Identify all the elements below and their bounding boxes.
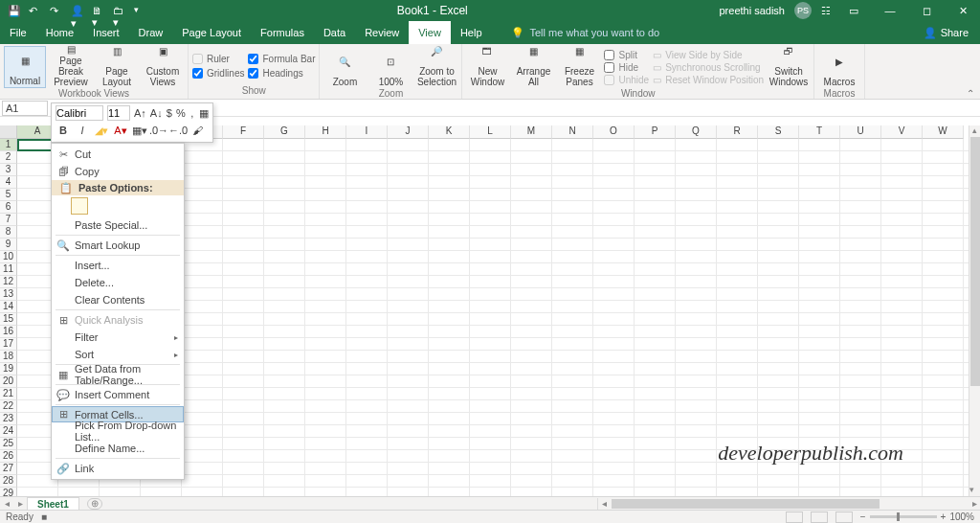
- share-button[interactable]: 👤Share: [912, 21, 980, 44]
- page-break-view-icon[interactable]: [835, 512, 853, 523]
- qat-icon-2[interactable]: 🗎▾: [92, 5, 103, 16]
- row-head-17[interactable]: 17: [0, 338, 17, 351]
- pagelayout-button[interactable]: ▥Page Layout: [96, 46, 138, 88]
- ctx-insert-comment[interactable]: 💬Insert Comment: [52, 386, 184, 403]
- row-head-9[interactable]: 9: [0, 239, 17, 251]
- zoom-in-button[interactable]: +: [941, 512, 947, 522]
- col-head-N[interactable]: N: [552, 125, 593, 139]
- row-head-20[interactable]: 20: [0, 375, 17, 388]
- redo-icon[interactable]: ↷: [50, 5, 61, 16]
- scroll-right-icon[interactable]: ▸: [969, 498, 980, 509]
- accounting-icon[interactable]: $: [167, 105, 172, 121]
- percent-icon[interactable]: %: [176, 105, 186, 121]
- col-head-H[interactable]: H: [305, 125, 346, 139]
- increase-font-icon[interactable]: A↑: [134, 105, 146, 121]
- col-head-J[interactable]: J: [388, 125, 429, 139]
- tab-file[interactable]: File: [0, 21, 36, 44]
- row-head-26[interactable]: 26: [0, 450, 17, 463]
- ctx-clear[interactable]: Clear Contents: [52, 291, 184, 308]
- tab-formulas[interactable]: Formulas: [251, 21, 314, 44]
- row-head-13[interactable]: 13: [0, 288, 17, 301]
- row-head-22[interactable]: 22: [0, 400, 17, 413]
- zoom-out-button[interactable]: −: [860, 512, 866, 522]
- merge-icon[interactable]: ▦: [199, 105, 209, 121]
- row-head-5[interactable]: 5: [0, 189, 17, 201]
- page-layout-view-icon[interactable]: [811, 512, 828, 523]
- ctx-cut[interactable]: ✂Cut: [52, 146, 184, 163]
- fill-color-icon[interactable]: ◢▾: [94, 123, 109, 138]
- calendar-icon[interactable]: ☷: [821, 5, 831, 17]
- pagebreak-button[interactable]: ▤Page Break Preview: [50, 46, 92, 88]
- row-head-15[interactable]: 15: [0, 313, 17, 326]
- undo-icon[interactable]: ↶: [29, 5, 40, 16]
- row-head-18[interactable]: 18: [0, 351, 17, 363]
- tab-page-layout[interactable]: Page Layout: [172, 21, 251, 44]
- ctx-link[interactable]: 🔗Link: [52, 460, 184, 477]
- col-head-R[interactable]: R: [717, 125, 758, 139]
- row-head-19[interactable]: 19: [0, 363, 17, 375]
- decrease-font-icon[interactable]: A↓: [150, 105, 163, 121]
- split-button[interactable]: Split: [604, 50, 649, 60]
- col-head-G[interactable]: G: [264, 125, 305, 139]
- horizontal-scrollbar[interactable]: ◂ ▸: [597, 498, 980, 510]
- col-head-V[interactable]: V: [881, 125, 923, 139]
- ctx-delete[interactable]: Delete...: [52, 274, 184, 291]
- normal-view-button[interactable]: ▦Normal: [4, 46, 46, 88]
- row-head-21[interactable]: 21: [0, 388, 17, 400]
- row-head-27[interactable]: 27: [0, 463, 17, 475]
- headings-checkbox[interactable]: Headings: [248, 68, 315, 79]
- col-head-K[interactable]: K: [429, 125, 470, 139]
- col-head-M[interactable]: M: [511, 125, 552, 139]
- row-head-2[interactable]: 2: [0, 151, 17, 164]
- tell-me[interactable]: 💡Tell me what you want to do: [511, 21, 660, 44]
- zoom-slider[interactable]: [870, 515, 937, 518]
- row-head-14[interactable]: 14: [0, 301, 17, 313]
- col-head-U[interactable]: U: [840, 125, 881, 139]
- select-all-corner[interactable]: [0, 125, 17, 139]
- tab-home[interactable]: Home: [36, 21, 83, 44]
- decrease-decimal-icon[interactable]: .0→: [151, 123, 167, 138]
- hscroll-thumb[interactable]: [612, 499, 880, 509]
- row-head-28[interactable]: 28: [0, 475, 17, 488]
- tab-review[interactable]: Review: [355, 21, 409, 44]
- row-head-24[interactable]: 24: [0, 425, 17, 438]
- ctx-pick-list[interactable]: Pick From Drop-down List...: [52, 422, 184, 440]
- col-head-O[interactable]: O: [593, 125, 635, 139]
- ctx-insert[interactable]: Insert...: [52, 257, 184, 274]
- row-head-12[interactable]: 12: [0, 276, 17, 288]
- borders-icon[interactable]: ▦▾: [132, 123, 147, 138]
- row-head-23[interactable]: 23: [0, 413, 17, 425]
- maximize-button[interactable]: ◻: [913, 5, 940, 17]
- freeze-panes-button[interactable]: ▦Freeze Panes: [558, 46, 600, 88]
- avatar[interactable]: PS: [794, 2, 812, 19]
- new-sheet-button[interactable]: ⊕: [87, 498, 102, 510]
- ctx-sort[interactable]: Sort▸: [52, 346, 184, 363]
- ctx-paste-special[interactable]: Paste Special...: [52, 216, 184, 234]
- ctx-smart-lookup[interactable]: 🔍Smart Lookup: [52, 237, 184, 254]
- row-head-4[interactable]: 4: [0, 176, 17, 189]
- ctx-copy[interactable]: 🗐Copy: [52, 163, 184, 180]
- col-head-W[interactable]: W: [923, 125, 964, 139]
- row-head-3[interactable]: 3: [0, 164, 17, 176]
- row-head-16[interactable]: 16: [0, 326, 17, 338]
- bold-button[interactable]: B: [56, 123, 71, 138]
- zoom-level[interactable]: 100%: [949, 512, 974, 522]
- increase-decimal-icon[interactable]: ←.0: [170, 123, 186, 138]
- mini-font[interactable]: [56, 105, 103, 121]
- ribbon-display-icon[interactable]: ▭: [840, 5, 867, 17]
- close-button[interactable]: ✕: [949, 5, 976, 17]
- qat-icon-3[interactable]: 🗀▾: [113, 5, 124, 16]
- row-head-6[interactable]: 6: [0, 201, 17, 214]
- minimize-button[interactable]: —: [877, 5, 903, 16]
- new-window-button[interactable]: 🗔New Window: [466, 46, 508, 88]
- col-head-F[interactable]: F: [223, 125, 264, 139]
- col-head-I[interactable]: I: [346, 125, 388, 139]
- comma-icon[interactable]: ,: [189, 105, 195, 121]
- zoom100-button[interactable]: ⊡100%: [369, 46, 412, 88]
- ctx-get-data[interactable]: ▦Get Data from Table/Range...: [52, 366, 184, 383]
- ctx-filter[interactable]: Filter▸: [52, 329, 184, 346]
- vscroll-thumb[interactable]: [970, 137, 980, 386]
- col-head-S[interactable]: S: [758, 125, 799, 139]
- scroll-down-icon[interactable]: ▾: [969, 485, 974, 496]
- tab-draw[interactable]: Draw: [129, 21, 173, 44]
